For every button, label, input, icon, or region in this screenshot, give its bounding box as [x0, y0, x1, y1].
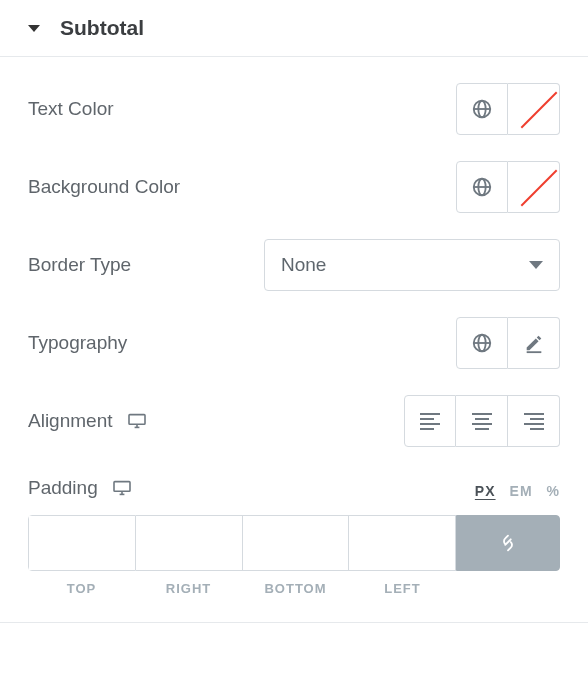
label-text-color: Text Color — [28, 98, 114, 120]
padding-right-input[interactable] — [136, 516, 242, 570]
align-right-button[interactable] — [508, 395, 560, 447]
align-center-icon — [472, 413, 492, 430]
section-title: Subtotal — [60, 16, 144, 40]
unit-px[interactable]: PX — [475, 483, 496, 499]
padding-bottom-input[interactable] — [243, 516, 349, 570]
unit-pct[interactable]: % — [547, 483, 560, 499]
typography-controls — [456, 317, 560, 369]
globe-icon — [471, 176, 493, 198]
row-background-color: Background Color — [28, 135, 560, 213]
label-alignment-text: Alignment — [28, 410, 113, 432]
globe-icon — [471, 332, 493, 354]
controls-area: Text Color Background Color — [0, 57, 588, 596]
padding-top-input[interactable] — [29, 516, 135, 570]
padding-inputs — [28, 515, 560, 571]
label-typography: Typography — [28, 332, 127, 354]
align-center-button[interactable] — [456, 395, 508, 447]
background-color-swatch-button[interactable] — [508, 161, 560, 213]
section-footer-divider — [0, 622, 588, 623]
padding-input-labels: TOP RIGHT BOTTOM LEFT — [28, 581, 560, 596]
caret-down-icon — [28, 25, 40, 32]
padding-left-cell — [349, 515, 456, 571]
no-color-icon — [516, 169, 552, 205]
padding-unit-switch: PX EM % — [475, 483, 560, 499]
text-color-swatch-button[interactable] — [508, 83, 560, 135]
no-color-icon — [516, 91, 552, 127]
padding-link-button[interactable] — [456, 515, 560, 571]
label-padding: Padding — [28, 477, 132, 499]
typography-edit-button[interactable] — [508, 317, 560, 369]
padding-left-input[interactable] — [349, 516, 455, 570]
typography-global-button[interactable] — [456, 317, 508, 369]
row-border-type: Border Type None — [28, 213, 560, 291]
padding-top-cell — [28, 515, 136, 571]
label-alignment: Alignment — [28, 410, 147, 432]
align-left-icon — [420, 413, 440, 430]
desktop-icon[interactable] — [127, 413, 147, 429]
padding-label-right: RIGHT — [135, 581, 242, 596]
border-type-select[interactable]: None — [264, 239, 560, 291]
padding-label-left: LEFT — [349, 581, 456, 596]
svg-rect-13 — [114, 482, 130, 492]
padding-right-cell — [136, 515, 243, 571]
row-typography: Typography — [28, 291, 560, 369]
link-icon — [497, 532, 519, 554]
text-color-global-button[interactable] — [456, 83, 508, 135]
unit-em[interactable]: EM — [510, 483, 533, 499]
label-background-color: Background Color — [28, 176, 180, 198]
row-padding-header: Padding PX EM % — [28, 447, 560, 499]
background-color-controls — [456, 161, 560, 213]
alignment-controls — [404, 395, 560, 447]
desktop-icon[interactable] — [112, 480, 132, 496]
caret-down-icon — [529, 261, 543, 269]
section-header[interactable]: Subtotal — [0, 0, 588, 57]
border-type-value: None — [281, 254, 326, 276]
label-padding-text: Padding — [28, 477, 98, 499]
row-alignment: Alignment — [28, 369, 560, 447]
align-right-icon — [524, 413, 544, 430]
align-left-button[interactable] — [404, 395, 456, 447]
globe-icon — [471, 98, 493, 120]
svg-rect-10 — [129, 415, 145, 425]
padding-label-top: TOP — [28, 581, 135, 596]
pencil-icon — [523, 332, 545, 354]
text-color-controls — [456, 83, 560, 135]
padding-bottom-cell — [243, 515, 350, 571]
padding-label-spacer — [456, 581, 560, 596]
background-color-global-button[interactable] — [456, 161, 508, 213]
padding-label-bottom: BOTTOM — [242, 581, 349, 596]
row-text-color: Text Color — [28, 57, 560, 135]
label-border-type: Border Type — [28, 254, 131, 276]
